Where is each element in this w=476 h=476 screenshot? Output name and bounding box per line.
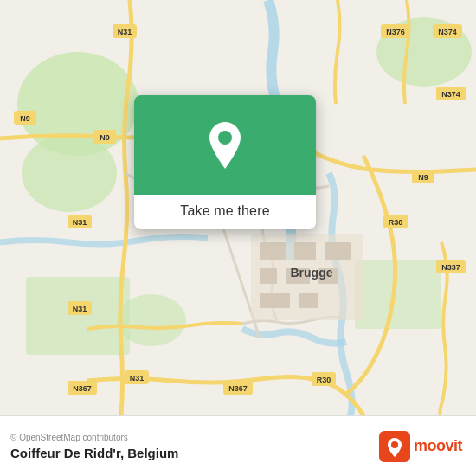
svg-text:Brugge: Brugge (291, 266, 333, 280)
svg-text:N31: N31 (73, 305, 87, 313)
svg-text:N9: N9 (418, 173, 428, 182)
popup-header (134, 95, 316, 195)
svg-text:N376: N376 (386, 28, 405, 36)
location-pin-icon (206, 122, 244, 169)
svg-text:N31: N31 (130, 374, 145, 383)
svg-rect-10 (325, 242, 351, 260)
svg-rect-9 (294, 242, 316, 260)
svg-text:R30: R30 (317, 376, 331, 384)
svg-text:N374: N374 (441, 90, 460, 99)
svg-rect-14 (260, 293, 290, 308)
popup-button-area: Take me there (134, 195, 316, 229)
popup-arrow (215, 228, 235, 229)
svg-text:N367: N367 (73, 384, 92, 393)
svg-text:N31: N31 (118, 28, 132, 36)
svg-point-5 (117, 294, 186, 346)
svg-text:N9: N9 (20, 114, 30, 123)
moovit-brand-text: moovit (414, 437, 462, 455)
svg-rect-11 (260, 268, 277, 284)
location-popup: Take me there (134, 95, 316, 229)
svg-text:N9: N9 (100, 133, 110, 142)
svg-text:N374: N374 (438, 28, 457, 36)
bottom-bar: © OpenStreetMap contributors Coiffeur De… (0, 415, 476, 476)
svg-text:N367: N367 (228, 384, 248, 393)
svg-rect-6 (355, 260, 441, 329)
svg-point-47 (218, 131, 232, 145)
svg-text:N31: N31 (73, 218, 87, 227)
svg-rect-15 (299, 293, 318, 308)
moovit-logo-icon (379, 431, 410, 462)
place-name-label: Coiffeur De Ridd'r, Belgium (10, 446, 178, 460)
map-attribution: © OpenStreetMap contributors (10, 433, 178, 442)
svg-point-49 (391, 441, 398, 448)
bottom-info: © OpenStreetMap contributors Coiffeur De… (10, 433, 178, 460)
svg-rect-4 (26, 277, 130, 355)
svg-rect-8 (260, 242, 286, 260)
svg-text:R30: R30 (389, 218, 403, 227)
svg-point-2 (22, 134, 117, 212)
moovit-logo: moovit (379, 431, 462, 462)
take-me-there-button[interactable]: Take me there (180, 203, 269, 219)
map-view: N9 N31 N376 N374 N9 N374 N31 R30 N9 N337… (0, 0, 476, 415)
svg-text:N337: N337 (441, 263, 460, 272)
